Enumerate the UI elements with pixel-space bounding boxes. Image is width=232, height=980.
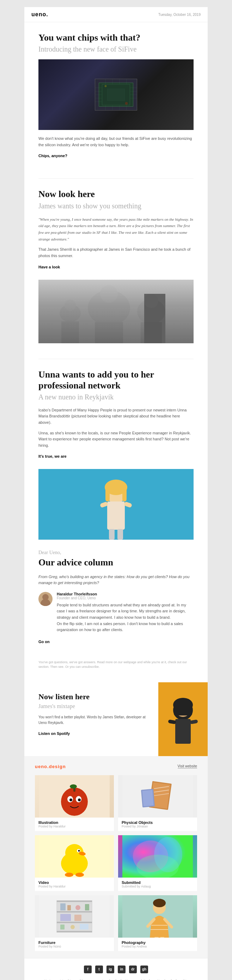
social-github[interactable]: gh [140, 966, 148, 973]
design-item-sub-4: Posted by Núnú [38, 945, 110, 948]
design-header: ueno.design Visit website [35, 763, 197, 770]
advice-cta[interactable]: Go on [38, 640, 50, 644]
social-facebook[interactable]: f [84, 966, 92, 973]
social-instagram[interactable]: ig [106, 966, 114, 973]
svg-point-95 [156, 899, 162, 904]
design-item-sub-0: Posted by Haraldur [38, 825, 110, 828]
design-item-photography: Photography Posted by Andrea [118, 895, 197, 951]
section-look: Now look here James wants to show you so… [24, 179, 208, 358]
design-item-sub-5: Posted by Andrea [122, 945, 194, 948]
svg-rect-89 [60, 924, 65, 929]
social-dribbble[interactable]: dr [129, 966, 137, 973]
unna-image-svg [38, 469, 194, 539]
chips-headline: You want chips with that? [38, 32, 194, 43]
look-body: That James Sherrill is a photographer at… [38, 247, 194, 259]
design-item-submitted: Submitted Submitted by Áslaug [118, 835, 197, 891]
design-thumb-submitted [118, 835, 197, 878]
advice-person: Haraldur Thorleifsson Founder and CEO, U… [38, 592, 194, 633]
svg-rect-79 [57, 900, 92, 902]
svg-point-71 [65, 873, 73, 877]
design-thumb-video [35, 835, 114, 878]
listen-cta[interactable]: Listen on Spotify [38, 731, 70, 736]
advice-answer: People tend to build structures around w… [57, 602, 194, 621]
furniture-svg [39, 895, 110, 938]
svg-rect-101 [160, 937, 164, 938]
advice-headline: Our advice column [38, 557, 194, 568]
header-date: Tuesday, October 16, 2019 [158, 13, 200, 17]
chip-image [38, 59, 194, 130]
design-info-submitted: Submitted Submitted by Áslaug [118, 878, 197, 891]
listen-desc: You won't find a better playlist. Words … [38, 714, 151, 726]
design-item-title-0: Illustration [38, 820, 110, 825]
advice-dear: Dear Ueno, [38, 550, 194, 555]
unna-headline: Unna wants to add you to her professiona… [38, 369, 194, 391]
visit-website-link[interactable]: Visit website [178, 764, 197, 768]
chips-body: We don't know what you're doing all day,… [38, 135, 194, 148]
design-info-video: Video Posted by Haraldur [35, 878, 114, 891]
svg-rect-18 [107, 89, 125, 101]
look-subheadline: James wants to show you something [38, 201, 194, 210]
svg-rect-45 [174, 705, 192, 716]
svg-point-55 [69, 799, 72, 801]
design-logo: ueno.design [35, 764, 66, 769]
design-item-title-3: Submitted [122, 880, 194, 885]
design-item-illustration: Illustration Posted by Haraldur [35, 775, 114, 831]
design-info-illustration: Illustration Posted by Haraldur [35, 818, 114, 831]
unna-body: Icabo's Department of Many Happy People … [38, 407, 194, 426]
physical-svg [122, 775, 193, 818]
design-item-title-2: Video [38, 880, 110, 885]
design-thumb-furniture [35, 895, 114, 938]
svg-rect-36 [107, 501, 125, 530]
svg-point-52 [70, 784, 77, 789]
advice-meta: Haraldur Thorleifsson Founder and CEO, U… [57, 592, 194, 633]
email-container: ueno. Tuesday, October 16, 2019 You want… [24, 7, 208, 980]
chips-cta[interactable]: Chips, anyone? [38, 154, 67, 168]
svg-rect-35 [122, 487, 126, 501]
svg-rect-27 [140, 322, 162, 343]
look-cta[interactable]: Have a look [38, 265, 60, 269]
design-item-furniture: Furniture Posted by Núnú [35, 895, 114, 951]
logo-text: ueno. [32, 11, 48, 17]
avatar [38, 592, 52, 606]
design-item-sub-3: Submitted by Áslaug [122, 885, 194, 888]
section-listen: Now listen here James's mixtape You won'… [24, 682, 208, 756]
svg-rect-30 [62, 321, 79, 343]
design-info-furniture: Furniture Posted by Núnú [35, 938, 114, 951]
svg-point-26 [144, 294, 158, 308]
listen-left: Now listen here James's mixtape You won'… [24, 682, 158, 756]
design-item-sub-2: Posted by Haraldur [38, 885, 110, 888]
design-grid: Illustration Posted by Haraldur [35, 775, 197, 951]
svg-rect-82 [57, 931, 92, 932]
photography-svg [122, 895, 193, 938]
section-design: ueno.design Visit website [24, 756, 208, 958]
svg-rect-85 [85, 904, 89, 910]
email-header: ueno. Tuesday, October 16, 2019 [24, 7, 208, 22]
design-logo-suffix: design [49, 764, 66, 769]
look-image [38, 280, 194, 343]
social-twitter[interactable]: t [95, 966, 103, 973]
social-linkedin[interactable]: in [118, 966, 126, 973]
design-thumb-photography [118, 895, 197, 938]
design-info-photography: Photography Posted by Andrea [118, 938, 197, 951]
unna-body2: Unna, as she's known to the locals, is o… [38, 430, 194, 449]
advice-title: Founder and CEO, Ueno [57, 596, 194, 600]
unna-cta[interactable]: It's true, we are [38, 454, 67, 458]
design-info-physical: Physical Objects Posted by Jónatan [118, 818, 197, 831]
design-item-title-5: Photography [122, 940, 194, 945]
svg-point-69 [78, 850, 80, 851]
svg-rect-40 [117, 529, 123, 539]
svg-rect-84 [67, 905, 71, 910]
unna-subheadline: A new nueno in Reykjavík [38, 392, 194, 401]
footer-line1: You're receiving this email because you … [38, 978, 194, 980]
svg-rect-91 [80, 924, 88, 929]
chip-image-inner [95, 79, 137, 111]
section-unna: Unna wants to add you to her professiona… [24, 359, 208, 540]
svg-point-90 [71, 925, 75, 929]
section-chips: You want chips with that? Introducing th… [24, 22, 208, 178]
look-image-svg [38, 280, 194, 343]
advice-note: You've got questions, we've got answers.… [38, 660, 194, 679]
design-thumb-illustration [35, 775, 114, 818]
advice-answer2: On the flip side, I am not a sales perso… [57, 621, 194, 633]
svg-point-29 [65, 299, 76, 311]
svg-rect-83 [60, 904, 66, 910]
